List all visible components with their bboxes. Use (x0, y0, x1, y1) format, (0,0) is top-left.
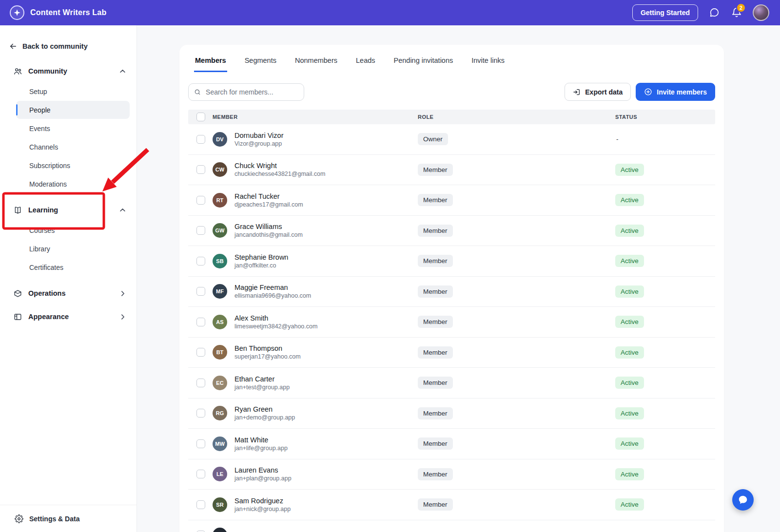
table-row[interactable]: EC Ethan Carter jan+test@group.app Membe… (188, 368, 715, 399)
sidebar-section-header-community[interactable]: Community (8, 61, 130, 81)
table-row[interactable]: RT Rachel Tucker djpeaches17@gmail.com M… (188, 185, 715, 216)
member-avatar: EC (213, 376, 227, 390)
member-search[interactable] (188, 83, 304, 101)
sidebar-item-courses[interactable]: Courses (16, 221, 130, 239)
chat-launcher-button[interactable] (732, 489, 754, 511)
sidebar-item-library[interactable]: Library (16, 240, 130, 258)
row-checkbox[interactable] (196, 196, 205, 205)
table-row[interactable]: SR Sam Rodriguez jan+nick@group.app Memb… (188, 490, 715, 520)
back-to-community-link[interactable]: Back to community (8, 37, 130, 56)
row-checkbox[interactable] (196, 135, 205, 144)
table-row[interactable]: MW Matt White jan+life@group.app Member … (188, 429, 715, 459)
member-name: Ryan Green (234, 405, 295, 414)
gear-icon (15, 514, 23, 523)
select-all-checkbox[interactable] (196, 113, 205, 121)
member-avatar: LE (213, 467, 227, 481)
member-avatar: AS (213, 315, 227, 329)
table-row[interactable]: GW Grace Williams jancandothis@gmail.com… (188, 216, 715, 247)
row-checkbox[interactable] (196, 409, 205, 418)
operations-icon (13, 289, 22, 298)
sidebar-section-header-operations[interactable]: Operations (8, 284, 130, 303)
app-title: Content Writers Lab (30, 8, 106, 17)
member-email: jan+demo@group.app (234, 414, 295, 421)
sidebar-item-label: People (29, 106, 51, 114)
row-checkbox[interactable] (196, 500, 205, 509)
sidebar-item-events[interactable]: Events (16, 119, 130, 137)
status-badge: Active (615, 285, 644, 298)
status-badge: Active (615, 316, 644, 328)
sidebar-item-certificates[interactable]: Certificates (16, 258, 130, 276)
plus-circle-icon (644, 88, 652, 96)
row-checkbox[interactable] (196, 318, 205, 326)
member-name: Alex Smith (234, 314, 317, 323)
status-badge: Active (615, 377, 644, 389)
member-email: jancandothis@gmail.com (234, 231, 303, 239)
members-table: MEMBER ROLE STATUS DV Dornubari Vizor Vi… (188, 110, 715, 532)
row-checkbox[interactable] (196, 165, 205, 174)
sidebar-item-subscriptions[interactable]: Subscriptions (16, 156, 130, 174)
member-email: superjan17@yahoo.com (234, 353, 301, 361)
table-row[interactable]: SB Stephanie Brown jan@offkilter.co Memb… (188, 246, 715, 277)
sidebar-item-moderations[interactable]: Moderations (16, 175, 130, 193)
row-checkbox[interactable] (196, 287, 205, 296)
member-avatar: RG (213, 406, 227, 420)
row-checkbox[interactable] (196, 226, 205, 235)
notifications-bell-icon[interactable]: 2 (730, 6, 743, 19)
member-avatar: BT (213, 345, 227, 360)
tab-leads[interactable]: Leads (355, 45, 376, 72)
export-icon (573, 88, 581, 96)
sidebar-section-header-appearance[interactable]: Appearance (8, 307, 130, 326)
member-name: Ethan Carter (234, 375, 290, 383)
sidebar-item-label: Setup (29, 88, 47, 95)
sidebar-item-label: Certificates (29, 264, 63, 271)
table-row[interactable]: DV Dornubari Vizor Vizor@group.app Owner… (188, 124, 715, 155)
chevron-up-icon (119, 68, 126, 75)
sidebar-section-header-learning[interactable]: Learning (8, 200, 130, 220)
tab-segments[interactable]: Segments (244, 45, 277, 72)
table-row[interactable]: LE Lauren Evans jan+plan@group.app Membe… (188, 459, 715, 490)
tab-pending-invitations[interactable]: Pending invitations (393, 45, 454, 72)
table-row[interactable]: AS Alex Smith limesweetjm3842@yahoo.com … (188, 307, 715, 338)
member-avatar: GW (213, 223, 227, 238)
status-badge: Active (615, 498, 644, 511)
role-badge: Member (418, 498, 453, 511)
row-checkbox[interactable] (196, 439, 205, 448)
sidebar-item-label: Channels (29, 143, 58, 151)
sidebar-item-channels[interactable]: Channels (16, 138, 130, 156)
role-badge: Member (418, 316, 453, 328)
sidebar-item-setup[interactable]: Setup (16, 82, 130, 100)
invite-members-label: Invite members (657, 88, 707, 96)
getting-started-button[interactable]: Getting Started (632, 4, 698, 21)
member-name: Rachel Tucker (234, 192, 303, 201)
table-row-partial[interactable] (188, 520, 715, 532)
tab-invite-links[interactable]: Invite links (470, 45, 506, 72)
row-checkbox[interactable] (196, 348, 205, 357)
table-row[interactable]: CW Chuck Wright chuckiechesse43821@gmail… (188, 155, 715, 186)
role-badge: Member (418, 255, 453, 267)
settings-and-data-link[interactable]: Settings & Data (0, 505, 136, 532)
sidebar-item-people[interactable]: People (16, 101, 130, 119)
export-data-label: Export data (585, 88, 623, 96)
role-badge: Member (418, 346, 453, 359)
tab-nonmembers[interactable]: Nonmembers (294, 45, 338, 72)
user-avatar[interactable] (753, 4, 769, 21)
role-badge: Owner (418, 133, 448, 145)
export-data-button[interactable]: Export data (565, 83, 631, 101)
app-logo-icon[interactable] (10, 5, 24, 20)
search-input[interactable] (205, 88, 298, 96)
row-checkbox[interactable] (196, 470, 205, 478)
member-email: chuckiechesse43821@gmail.com (234, 170, 325, 178)
member-email: ellismania9696@yahoo.com (234, 292, 311, 300)
member-name: Grace Williams (234, 222, 303, 231)
row-checkbox[interactable] (196, 379, 205, 387)
tab-members[interactable]: Members (194, 45, 227, 72)
table-row[interactable]: BT Ben Thompson superjan17@yahoo.com Mem… (188, 338, 715, 368)
member-name: Matt White (234, 436, 288, 444)
table-row[interactable]: MF Maggie Freeman ellismania9696@yahoo.c… (188, 277, 715, 307)
row-checkbox[interactable] (196, 257, 205, 266)
table-row[interactable]: RG Ryan Green jan+demo@group.app Member … (188, 399, 715, 429)
chat-icon[interactable] (708, 6, 721, 19)
sidebar-item-label: Subscriptions (29, 162, 70, 170)
invite-members-button[interactable]: Invite members (636, 83, 715, 101)
member-name: Ben Thompson (234, 344, 301, 353)
